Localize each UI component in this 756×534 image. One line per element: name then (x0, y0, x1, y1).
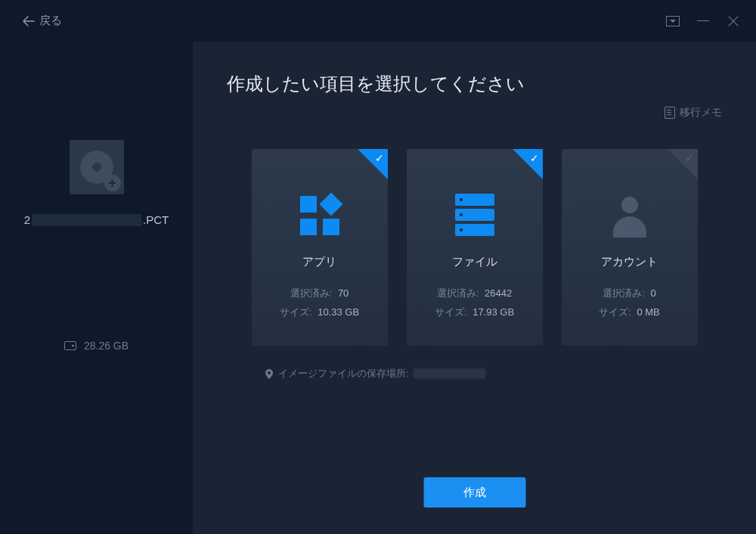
card-apps-info: 選択済み: 70 サイズ: 10.33 GB (280, 284, 359, 321)
card-files[interactable]: ✓ ファイル 選択済み: 26442 サイズ: (407, 149, 543, 346)
check-icon: ✓ (530, 152, 539, 164)
close-icon (727, 15, 739, 27)
disk-size-row: 28.26 GB (64, 340, 129, 352)
files-icon (455, 194, 494, 238)
back-button[interactable]: 戻る (23, 14, 62, 28)
plus-icon: + (104, 175, 121, 191)
memo-label: 移行メモ (680, 106, 722, 120)
disk-total-size: 28.26 GB (84, 340, 129, 352)
close-button[interactable] (726, 14, 741, 29)
disk-icon[interactable]: + (70, 140, 124, 194)
dropdown-icon (666, 16, 680, 26)
location-pin-icon (265, 368, 274, 379)
card-account-label: アカウント (601, 255, 658, 269)
card-account-info: 選択済み: 0 サイズ: 0 MB (599, 284, 660, 321)
disk-filename: 2 .PCT (24, 213, 169, 226)
card-files-info: 選択済み: 26442 サイズ: 17.93 GB (435, 284, 514, 321)
minimize-icon (697, 20, 709, 21)
drive-icon (64, 341, 76, 350)
apps-icon (300, 196, 339, 235)
card-account[interactable]: ✓ アカウント 選択済み: 0 サイズ: 0 MB (562, 149, 698, 346)
account-icon (610, 194, 649, 238)
save-path-label: イメージファイルの保存場所: (278, 367, 409, 380)
filename-prefix: 2 (24, 213, 30, 226)
card-files-label: ファイル (452, 255, 497, 269)
save-path-row[interactable]: イメージファイルの保存場所: (227, 367, 722, 380)
minimize-button[interactable] (696, 14, 711, 29)
filename-redacted (32, 214, 141, 226)
card-apps[interactable]: ✓ アプリ 選択済み: 70 サイズ: (252, 149, 388, 346)
back-label: 戻る (39, 14, 62, 28)
create-button[interactable]: 作成 (423, 477, 525, 508)
filename-suffix: .PCT (143, 213, 169, 226)
arrow-left-icon (23, 15, 35, 27)
save-path-value-redacted (414, 368, 485, 379)
dropdown-button[interactable] (665, 14, 680, 29)
card-apps-label: アプリ (302, 255, 336, 269)
check-icon: ✓ (685, 152, 694, 164)
memo-link[interactable]: 移行メモ (665, 106, 722, 120)
page-title: 作成したい項目を選択してください (227, 72, 722, 96)
check-icon: ✓ (375, 152, 384, 164)
memo-icon (665, 107, 675, 119)
